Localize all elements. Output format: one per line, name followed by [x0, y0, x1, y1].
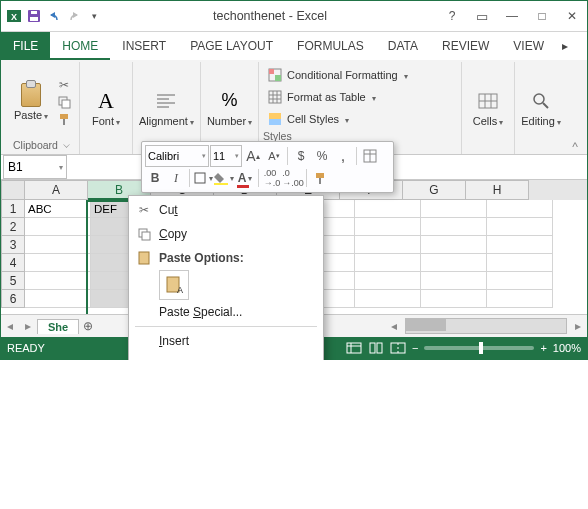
svg-line-28: [543, 103, 548, 108]
zoom-percent[interactable]: 100%: [553, 342, 581, 354]
zoom-slider[interactable]: [424, 346, 534, 350]
accounting-format-icon[interactable]: $: [291, 146, 311, 166]
editing-button[interactable]: Editing: [521, 89, 561, 127]
window-controls: ? ▭ — □ ✕: [437, 2, 587, 30]
tab-nav-prev-icon[interactable]: ◂: [1, 319, 19, 333]
row-header-3[interactable]: 3: [1, 236, 25, 254]
quick-access-toolbar: X ▾: [1, 5, 103, 27]
paste-button[interactable]: Paste: [11, 83, 51, 121]
group-cells: Cells: [462, 62, 515, 154]
col-header-h[interactable]: H: [466, 180, 529, 200]
decrease-decimal-icon[interactable]: .0→.00: [283, 168, 303, 188]
svg-rect-40: [377, 343, 382, 353]
row-header-5[interactable]: 5: [1, 272, 25, 290]
font-button[interactable]: AFont: [86, 89, 126, 127]
font-size-selector[interactable]: 11: [210, 145, 242, 167]
row-header-6[interactable]: 6: [1, 290, 25, 308]
minimize-button[interactable]: —: [497, 2, 527, 30]
svg-rect-33: [214, 183, 228, 185]
cut-icon[interactable]: ✂: [55, 77, 73, 93]
row-header-4[interactable]: 4: [1, 254, 25, 272]
view-page-break-icon[interactable]: [390, 342, 406, 354]
tab-data[interactable]: DATA: [376, 32, 430, 60]
excel-window: X ▾ techonthenet - Excel ? ▭ — □ ✕ FILE …: [0, 0, 588, 360]
font-name-selector[interactable]: Calibri: [145, 145, 209, 167]
cells-button[interactable]: Cells: [468, 89, 508, 127]
context-menu: ✂Cut Copy Paste Options: A Paste Special…: [128, 195, 324, 360]
hscroll-left-icon[interactable]: ◂: [385, 319, 403, 333]
tab-view[interactable]: VIEW: [501, 32, 556, 60]
fill-color-icon[interactable]: [214, 168, 234, 188]
comma-format-icon[interactable]: ,: [333, 146, 353, 166]
svg-rect-16: [269, 91, 281, 103]
svg-rect-8: [63, 119, 65, 125]
format-painter-mini-icon[interactable]: [310, 168, 330, 188]
close-button[interactable]: ✕: [557, 2, 587, 30]
font-color-icon[interactable]: A: [235, 168, 255, 188]
redo-icon[interactable]: [65, 5, 83, 27]
svg-rect-44: [142, 232, 150, 240]
format-painter-icon[interactable]: [55, 111, 73, 127]
sheet-tab[interactable]: She: [37, 319, 79, 334]
tab-file[interactable]: FILE: [1, 32, 50, 60]
add-sheet-icon[interactable]: ⊕: [79, 319, 97, 333]
paste-option-all[interactable]: A: [159, 270, 189, 300]
svg-rect-32: [195, 173, 205, 183]
tab-review[interactable]: REVIEW: [430, 32, 501, 60]
format-as-table-button[interactable]: Format as Table: [263, 86, 457, 108]
borders-icon[interactable]: [193, 168, 213, 188]
number-button[interactable]: %Number: [207, 89, 252, 127]
increase-font-icon[interactable]: A▴: [243, 146, 263, 166]
ctx-delete[interactable]: Delete: [131, 353, 321, 360]
svg-rect-14: [269, 69, 274, 74]
qat-dropdown-icon[interactable]: ▾: [85, 5, 103, 27]
svg-rect-7: [60, 114, 68, 119]
ribbon-options-button[interactable]: ▭: [467, 2, 497, 30]
tab-page-layout[interactable]: PAGE LAYOUT: [178, 32, 285, 60]
row-header-1[interactable]: 1: [1, 200, 25, 218]
save-icon[interactable]: [25, 5, 43, 27]
tab-formulas[interactable]: FORMULAS: [285, 32, 376, 60]
row-header-2[interactable]: 2: [1, 218, 25, 236]
zoom-out-icon[interactable]: −: [412, 342, 418, 354]
undo-icon[interactable]: [45, 5, 63, 27]
bold-icon[interactable]: B: [145, 168, 165, 188]
view-normal-icon[interactable]: [346, 342, 362, 354]
maximize-button[interactable]: □: [527, 2, 557, 30]
decrease-font-icon[interactable]: A▾: [264, 146, 284, 166]
window-title: techonthenet - Excel: [103, 9, 437, 23]
ctx-insert[interactable]: Insert: [131, 329, 321, 353]
table-icon[interactable]: [360, 146, 380, 166]
hscroll-right-icon[interactable]: ▸: [569, 319, 587, 333]
tab-nav-next-icon[interactable]: ▸: [19, 319, 37, 333]
svg-rect-4: [31, 11, 37, 14]
conditional-formatting-button[interactable]: Conditional Formatting: [263, 64, 457, 86]
italic-icon[interactable]: I: [166, 168, 186, 188]
percent-format-icon[interactable]: %: [312, 146, 332, 166]
select-all-corner[interactable]: [1, 180, 25, 200]
tab-home[interactable]: HOME: [50, 32, 110, 60]
ctx-cut[interactable]: ✂Cut: [131, 198, 321, 222]
help-button[interactable]: ?: [437, 2, 467, 30]
svg-rect-21: [269, 113, 281, 119]
copy-icon[interactable]: [55, 94, 73, 110]
scissors-icon: ✂: [135, 201, 153, 219]
zoom-in-icon[interactable]: +: [540, 342, 546, 354]
view-page-layout-icon[interactable]: [368, 342, 384, 354]
horizontal-scrollbar[interactable]: [405, 318, 567, 334]
name-box[interactable]: B1: [3, 155, 67, 179]
col-header-g[interactable]: G: [403, 180, 466, 200]
svg-text:X: X: [11, 12, 17, 22]
ctx-copy[interactable]: Copy: [131, 222, 321, 246]
alignment-button[interactable]: Alignment: [139, 89, 194, 127]
tab-more-icon[interactable]: ▸: [556, 32, 574, 60]
cell-styles-button[interactable]: Cell Styles: [263, 108, 457, 130]
svg-rect-3: [30, 17, 38, 21]
increase-decimal-icon[interactable]: .00→.0: [262, 168, 282, 188]
col-header-a[interactable]: A: [25, 180, 88, 200]
cell-a1[interactable]: ABC: [25, 200, 91, 218]
clipboard-launcher-icon[interactable]: [60, 139, 71, 151]
tab-insert[interactable]: INSERT: [110, 32, 178, 60]
collapse-ribbon-icon[interactable]: ^: [567, 62, 583, 154]
ctx-paste-special[interactable]: Paste Special...: [131, 300, 321, 324]
